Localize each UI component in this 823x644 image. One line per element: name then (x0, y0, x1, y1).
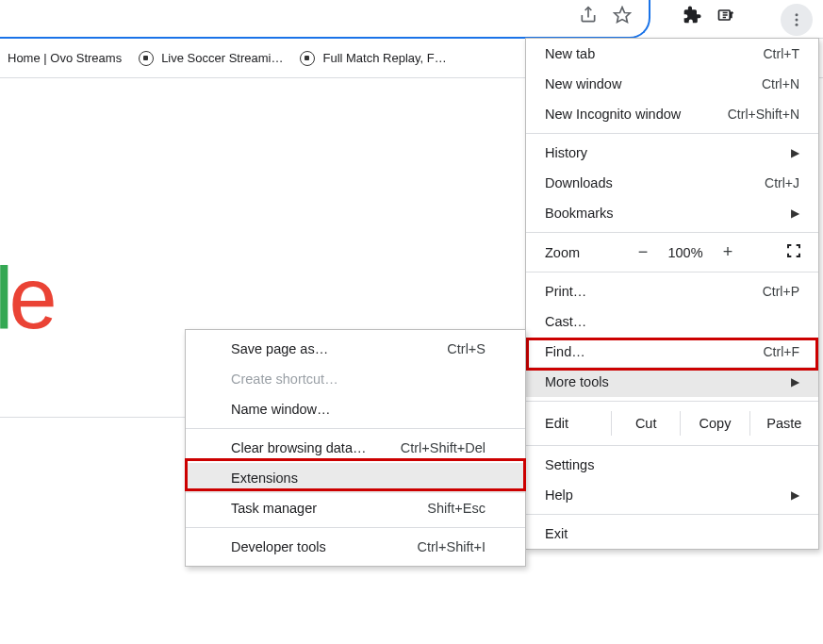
edit-paste-button[interactable]: Paste (749, 411, 818, 436)
bookmark-label: Full Match Replay, F… (322, 51, 446, 65)
address-bar[interactable] (0, 0, 650, 39)
svg-marker-0 (615, 8, 631, 23)
submenu-developer-tools[interactable]: Developer tools Ctrl+Shift+I (186, 532, 525, 562)
chevron-right-icon: ▶ (791, 146, 799, 159)
menu-print[interactable]: Print… Ctrl+P (526, 276, 818, 306)
chevron-right-icon: ▶ (791, 375, 799, 388)
menu-bookmarks[interactable]: Bookmarks ▶ (526, 198, 818, 228)
menu-find[interactable]: Find… Ctrl+F (526, 337, 818, 367)
submenu-save-page-as[interactable]: Save page as… Ctrl+S (186, 334, 525, 364)
bookmark-item[interactable]: Full Match Replay, F… (300, 51, 446, 66)
star-icon[interactable] (613, 6, 632, 28)
submenu-name-window[interactable]: Name window… (186, 394, 525, 424)
menu-exit[interactable]: Exit (526, 519, 818, 549)
zoom-in-button[interactable]: + (709, 242, 747, 262)
menu-help[interactable]: Help ▶ (526, 480, 818, 510)
submenu-extensions[interactable]: Extensions (186, 463, 525, 493)
browser-toolbar (0, 0, 823, 39)
zoom-percent: 100% (662, 245, 709, 260)
menu-zoom: Zoom − 100% + (526, 237, 818, 268)
chrome-main-menu: New tab Ctrl+T New window Ctrl+N New Inc… (525, 38, 819, 550)
edit-copy-button[interactable]: Copy (680, 411, 749, 436)
chevron-right-icon: ▶ (791, 206, 799, 220)
bookmark-label: Home | Ovo Streams (8, 51, 122, 65)
chevron-right-icon: ▶ (791, 488, 799, 502)
fullscreen-icon[interactable] (786, 243, 801, 261)
svg-point-2 (796, 13, 798, 16)
media-control-icon[interactable] (716, 6, 735, 28)
submenu-task-manager[interactable]: Task manager Shift+Esc (186, 493, 525, 523)
zoom-out-button[interactable]: − (624, 242, 662, 262)
extensions-puzzle-icon[interactable] (683, 6, 701, 28)
submenu-create-shortcut: Create shortcut… (186, 364, 525, 394)
menu-new-tab[interactable]: New tab Ctrl+T (526, 39, 818, 69)
menu-edit: Edit Cut Copy Paste (526, 405, 818, 441)
menu-history[interactable]: History ▶ (526, 138, 818, 168)
menu-cast[interactable]: Cast… (526, 306, 818, 337)
menu-new-window[interactable]: New window Ctrl+N (526, 69, 818, 99)
submenu-clear-browsing-data[interactable]: Clear browsing data… Ctrl+Shift+Del (186, 433, 525, 463)
menu-more-tools[interactable]: More tools ▶ (526, 367, 818, 397)
more-tools-submenu: Save page as… Ctrl+S Create shortcut… Na… (185, 329, 526, 567)
svg-point-4 (796, 24, 798, 26)
bookmark-item[interactable]: Home | Ovo Streams (8, 51, 122, 65)
menu-settings[interactable]: Settings (526, 450, 818, 480)
edit-cut-button[interactable]: Cut (611, 411, 680, 436)
svg-point-3 (796, 19, 798, 22)
share-icon[interactable] (579, 6, 598, 28)
soccer-icon (139, 51, 154, 66)
bookmark-label: Live Soccer Streami… (161, 51, 283, 65)
bookmark-item[interactable]: Live Soccer Streami… (139, 51, 283, 66)
google-logo-fragment: le (0, 249, 53, 348)
menu-new-incognito[interactable]: New Incognito window Ctrl+Shift+N (526, 99, 818, 129)
menu-downloads[interactable]: Downloads Ctrl+J (526, 168, 818, 198)
search-stub (0, 417, 185, 421)
more-menu-button[interactable] (781, 4, 813, 36)
soccer-icon (300, 51, 315, 66)
